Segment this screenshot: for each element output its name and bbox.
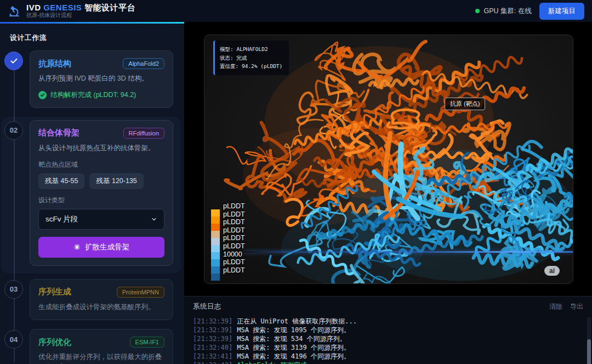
app-header: IVD GENESIS 智能设计平台 抗原-抗体设计流程 GPU 集群: 在线 … [0,0,592,22]
protein-3d-viewer[interactable]: 模型: ALPHAFOLD2 状态: 完成 置信度: 94.2% (pLDDT)… [204,35,573,284]
microscope-icon [8,4,21,18]
info-status: 状态: 完成 [220,54,282,62]
log-line: [21:32:42]AlphaFold: 预测完成 [193,361,583,364]
app-window: IVD GENESIS 智能设计平台 抗原-抗体设计流程 GPU 集群: 在线 … [0,0,592,364]
step-3-indicator: 03 [4,280,23,299]
log-timestamp: [21:32:40] [193,344,232,351]
step-description: 优化并重新评分序列，以获得最大的折叠稳定性和可开发性。 [38,352,164,364]
log-message: AlphaFold: 预测完成 [237,361,306,364]
prediction-info-box: 模型: ALPHAFOLD2 状态: 完成 置信度: 94.2% (pLDDT) [213,41,289,75]
log-message: MSA 搜索: 发现 4196 个同源序列。 [237,352,350,360]
plddt-legend-label: pLDDT [223,258,245,266]
main-area: 模型: ALPHAFOLD2 状态: 完成 置信度: 94.2% (pLDDT)… [184,22,592,364]
plddt-color-segment [211,231,220,238]
plddt-legend-labels: pLDDTpLDDTpLDDTpLDDTpLDDTpLDDT10000pLDDT… [223,202,245,281]
step-title: 抗原结构 [38,59,71,69]
log-line: [21:32:39]正在从 UniProt 镜像获取序列数据... [193,317,583,326]
plddt-color-segment [211,224,220,231]
plddt-legend-label: pLDDT [223,234,245,242]
hotspot-chip-1: 残基 45-55 [38,173,84,189]
log-line: [21:32:40]MSA 搜索: 发现 3139 个同源序列。 [193,343,583,352]
ai-watermark: ai [544,266,560,276]
workflow-step-sequence-optimization: 04 序列优化 ESM-IF1 优化并重新评分序列，以获得最大的折叠稳定性和可开… [0,329,184,364]
app-title: IVD GENESIS 智能设计平台 [26,3,135,12]
plddt-color-segment [211,217,220,224]
plddt-color-segment [211,245,220,252]
step-title: 结合体骨架 [38,128,79,138]
model-badge-esm-if1: ESM-IF1 [130,337,164,348]
step-status: 结构解析完成 (pLDDT: 94.2) [38,90,164,100]
log-scrollbar-thumb[interactable] [587,339,591,364]
plddt-color-segment [211,238,220,245]
hotspot-region-label: 靶点热点区域 [38,160,164,169]
workflow-step-antigen-structure: 抗原结构 AlphaFold2 从序列预测 IVD 靶蛋白的 3D 结构。 结构… [0,50,184,117]
viewer-scanline [244,251,573,253]
new-project-button[interactable]: 新建项目 [539,3,584,20]
plddt-legend-label: pLDDT [223,242,245,251]
step-title: 序列优化 [38,337,71,348]
step-1-indicator [4,52,23,70]
binder-backbone-card[interactable]: 结合体骨架 RFdiffusion 从头设计与抗原热点互补的抗体骨架。 靶点热点… [30,120,173,266]
log-timestamp: [21:32:39] [193,335,232,343]
system-log-panel: 系统日志 清除 导出 [21:32:39]正在从 UniProt 镜像获取序列数… [184,296,592,364]
check-icon [10,57,18,65]
log-line: [21:32:41]MSA 搜索: 发现 4196 个同源序列。 [193,352,583,361]
log-message: 正在从 UniProt 镜像获取序列数据... [237,317,357,325]
log-message: MSA 搜索: 发现 1095 个同源序列。 [237,326,350,334]
log-timestamp: [21:32:39] [193,317,232,325]
step-description: 生成能折叠成设计骨架的氨基酸序列。 [38,302,164,312]
hotspot-chip-2: 残基 120-135 [89,173,143,189]
plddt-color-segment [211,274,220,281]
log-line: [21:32:39]MSA 搜索: 发现 534 个同源序列。 [193,334,583,343]
plddt-color-segment [211,266,220,274]
design-type-value: scFv 片段 [45,214,78,224]
plddt-legend-label: pLDDT [223,226,245,235]
log-timestamp: [21:32:42] [193,361,232,364]
success-check-icon [38,91,47,99]
antigen-structure-card[interactable]: 抗原结构 AlphaFold2 从序列预测 IVD 靶蛋白的 3D 结构。 结构… [30,50,173,108]
plddt-color-segment [211,209,220,217]
sequence-optimization-card[interactable]: 序列优化 ESM-IF1 优化并重新评分序列，以获得最大的折叠稳定性和可开发性。 [30,329,173,364]
info-confidence: 置信度: 94.2% (pLDDT) [220,62,282,71]
log-panel-title: 系统日志 [193,302,221,311]
log-scrollbar[interactable] [587,317,591,364]
log-entries: [21:32:39]正在从 UniProt 镜像获取序列数据...[21:32:… [184,316,592,364]
step-4-indicator: 04 [4,330,23,349]
log-message: MSA 搜索: 发现 534 个同源序列。 [237,335,346,343]
plddt-legend-label: pLDDT [223,218,245,226]
online-status-dot [475,9,480,13]
app-subtitle: 抗原-抗体设计流程 [26,13,135,19]
model-badge-proteinmpnn: ProteinMPNN [117,287,164,298]
plddt-color-segment [211,252,220,259]
design-type-select[interactable]: scFv 片段 [38,209,164,230]
plddt-legend-label: pLDDT [223,211,245,219]
plddt-color-bar [211,209,220,281]
chevron-down-icon [151,216,157,223]
workflow-step-binder-backbone: 02 结合体骨架 RFdiffusion 从头设计与抗原热点互补的抗体骨架。 靶… [1,117,181,274]
workflow-step-sequence-generation: 03 序列生成 ProteinMPNN 生成能折叠成设计骨架的氨基酸序列。 [0,279,184,329]
workflow-sidebar: 设计工作流 抗原结构 AlphaFold2 从序列预测 IVD 靶蛋白的 3D … [0,22,184,364]
log-timestamp: [21:32:39] [193,326,232,334]
plddt-legend-label: pLDDT [223,202,245,211]
design-type-label: 设计类型 [38,196,164,205]
model-badge-rfdiffusion: RFdiffusion [123,128,164,139]
gpu-cluster-status: GPU 集群: 在线 [475,7,532,16]
log-message: MSA 搜索: 发现 3139 个同源序列。 [237,344,350,351]
sparkle-icon [73,243,81,251]
step-description: 从序列预测 IVD 靶蛋白的 3D 结构。 [38,73,164,84]
log-clear-button[interactable]: 清除 [549,302,562,311]
step-2-indicator: 02 [4,121,23,140]
plddt-legend: pLDDTpLDDTpLDDTpLDDTpLDDTpLDDT10000pLDDT… [211,202,245,281]
log-timestamp: [21:32:41] [193,352,232,360]
sidebar-title: 设计工作流 [0,31,184,50]
step-title: 序列生成 [38,287,71,297]
plddt-color-segment [211,259,220,266]
plddt-legend-label: pLDDT [223,266,245,275]
log-export-button[interactable]: 导出 [570,302,583,311]
antigen-target-label: 抗原 (靶点) [445,98,485,110]
diffuse-generate-button[interactable]: 扩散生成骨架 [38,237,164,258]
step-description: 从头设计与抗原热点互补的抗体骨架。 [38,143,164,153]
sequence-generation-card[interactable]: 序列生成 ProteinMPNN 生成能折叠成设计骨架的氨基酸序列。 [30,279,173,321]
plddt-legend-label: 10000 [223,251,245,259]
model-badge-alphafold2: AlphaFold2 [123,58,164,69]
